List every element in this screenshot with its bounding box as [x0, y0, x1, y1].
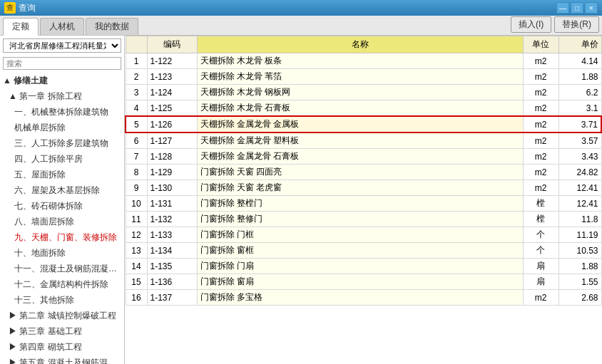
- app-icon: 查: [4, 2, 16, 14]
- tree-item-17[interactable]: ▶ 第四章 砌筑工程: [0, 339, 124, 355]
- table-row[interactable]: 51-126天棚拆除 金属龙骨 金属板m23.71: [126, 116, 601, 132]
- minimize-button[interactable]: —: [556, 2, 569, 14]
- cell-num: 4: [126, 100, 147, 117]
- tree-item-3[interactable]: 机械单层拆除: [0, 120, 124, 135]
- cell-price: 12.41: [558, 180, 601, 196]
- tree-item-11[interactable]: 十、地面拆除: [0, 245, 124, 261]
- cell-price: 11.8: [558, 212, 601, 227]
- table-row[interactable]: 31-124天棚拆除 木龙骨 钢板网m26.2: [126, 85, 601, 100]
- cell-unit: m2: [523, 53, 558, 69]
- cell-code: 1-124: [147, 85, 197, 100]
- table-container[interactable]: 编码 名称 单位 单价 11-122天棚拆除 木龙骨 板条m24.1421-12…: [125, 36, 602, 364]
- header-name: 名称: [197, 36, 523, 53]
- cell-num: 1: [126, 53, 147, 69]
- table-body[interactable]: 11-122天棚拆除 木龙骨 板条m24.1421-123天棚拆除 木龙骨 苇箔…: [126, 53, 601, 306]
- table-row[interactable]: 101-131门窗拆除 整樘门樘12.41: [126, 196, 601, 212]
- cell-price: 1.88: [558, 259, 601, 274]
- table-row[interactable]: 21-123天棚拆除 木龙骨 苇箔m21.88: [126, 69, 601, 85]
- tree-item-16[interactable]: ▶ 第三章 基础工程: [0, 323, 124, 339]
- table-row[interactable]: 91-130门窗拆除 天窗 老虎窗m212.41: [126, 180, 601, 196]
- tree-item-9[interactable]: 八、墙面层拆除: [0, 214, 124, 229]
- tree-item-14[interactable]: 十三、其他拆除: [0, 292, 124, 308]
- table-row[interactable]: 151-136门窗拆除 窗扇扇1.55: [126, 274, 601, 290]
- cell-code: 1-122: [147, 53, 197, 69]
- table-row[interactable]: 41-125天棚拆除 木龙骨 石膏板m23.1: [126, 100, 601, 117]
- tree-item-12[interactable]: 十一、混凝土及钢筋混凝…: [0, 261, 124, 276]
- cell-num: 6: [126, 132, 147, 149]
- insert-button[interactable]: 插入(I): [511, 16, 551, 33]
- cell-code: 1-126: [147, 116, 197, 132]
- tree-item-8[interactable]: 七、砖石砌体拆除: [0, 198, 124, 214]
- tree-item-15[interactable]: ▶ 第二章 城镇控制爆破工程: [0, 308, 124, 323]
- cell-unit: 扇: [523, 259, 558, 274]
- title-bar: 查 查询 — □ ×: [0, 0, 602, 16]
- close-button[interactable]: ×: [585, 2, 598, 14]
- cell-code: 1-135: [147, 259, 197, 274]
- cell-name: 天棚拆除 木龙骨 苇箔: [197, 69, 523, 85]
- tree-item-1[interactable]: ▲ 第一章 拆除工程: [0, 88, 124, 104]
- tree-item-0[interactable]: ▲ 修缮土建: [0, 73, 124, 88]
- cell-code: 1-127: [147, 132, 197, 149]
- cell-price: 1.88: [558, 69, 601, 85]
- window-title: 查询: [19, 2, 556, 14]
- tab-labor[interactable]: 人材机: [40, 18, 84, 35]
- cell-unit: m2: [523, 180, 558, 196]
- cell-unit: 扇: [523, 274, 558, 290]
- cell-unit: 个: [523, 227, 558, 243]
- cell-price: 3.71: [558, 116, 601, 132]
- search-input[interactable]: [3, 57, 121, 70]
- maximize-button[interactable]: □: [571, 2, 583, 14]
- cell-code: 1-131: [147, 196, 197, 212]
- tree-item-4[interactable]: 三、人工拆除多层建筑物: [0, 135, 124, 151]
- replace-button[interactable]: 替换(R): [554, 16, 599, 33]
- table-row[interactable]: 61-127天棚拆除 金属龙骨 塑料板m23.57: [126, 132, 601, 149]
- header-unit: 单位: [523, 36, 558, 53]
- cell-unit: 个: [523, 243, 558, 259]
- cell-num: 2: [126, 69, 147, 85]
- table-row[interactable]: 81-129门窗拆除 天窗 四面亮m224.82: [126, 165, 601, 180]
- tree-item-2[interactable]: 一、机械整体拆除建筑物: [0, 104, 124, 120]
- cell-code: 1-132: [147, 212, 197, 227]
- table-row[interactable]: 161-137门窗拆除 多宝格m22.68: [126, 290, 601, 306]
- cell-num: 15: [126, 274, 147, 290]
- header-price: 单价: [558, 36, 601, 53]
- tree-item-7[interactable]: 六、屋架及木基层拆除: [0, 182, 124, 198]
- table-row[interactable]: 141-135门窗拆除 门扇扇1.88: [126, 259, 601, 274]
- cell-code: 1-136: [147, 274, 197, 290]
- tree-container[interactable]: ▲ 修缮土建▲ 第一章 拆除工程一、机械整体拆除建筑物机械单层拆除三、人工拆除多…: [0, 71, 124, 364]
- cell-unit: m2: [523, 85, 558, 100]
- cell-num: 16: [126, 290, 147, 306]
- tree-item-6[interactable]: 五、屋面拆除: [0, 167, 124, 182]
- window-controls[interactable]: — □ ×: [556, 2, 598, 14]
- tree-item-13[interactable]: 十二、金属结构构件拆除: [0, 276, 124, 292]
- table-row[interactable]: 11-122天棚拆除 木龙骨 板条m24.14: [126, 53, 601, 69]
- table-row[interactable]: 121-133门窗拆除 门框个11.19: [126, 227, 601, 243]
- tab-mydata[interactable]: 我的数据: [86, 18, 138, 35]
- table-row[interactable]: 111-132门窗拆除 整修门樘11.8: [126, 212, 601, 227]
- quota-dropdown[interactable]: 河北省房屋修缮工程消耗量定额(2013): [3, 38, 121, 53]
- cell-name: 门窗拆除 多宝格: [197, 290, 523, 306]
- main-content: 河北省房屋修缮工程消耗量定额(2013) ▲ 修缮土建▲ 第一章 拆除工程一、机…: [0, 36, 602, 364]
- cell-name: 天棚拆除 金属龙骨 塑料板: [197, 132, 523, 149]
- cell-num: 3: [126, 85, 147, 100]
- cell-unit: m2: [523, 132, 558, 149]
- table-row[interactable]: 131-134门窗拆除 窗框个10.53: [126, 243, 601, 259]
- cell-unit: m2: [523, 116, 558, 132]
- cell-num: 9: [126, 180, 147, 196]
- cell-name: 天棚拆除 金属龙骨 石膏板: [197, 149, 523, 165]
- tab-quota[interactable]: 定额: [3, 18, 39, 36]
- cell-code: 1-134: [147, 243, 197, 259]
- cell-price: 10.53: [558, 243, 601, 259]
- cell-name: 天棚拆除 木龙骨 石膏板: [197, 100, 523, 117]
- cell-num: 5: [126, 116, 147, 132]
- cell-num: 14: [126, 259, 147, 274]
- tree-item-5[interactable]: 四、人工拆除平房: [0, 151, 124, 167]
- table-row[interactable]: 71-128天棚拆除 金属龙骨 石膏板m23.43: [126, 149, 601, 165]
- tree-item-10[interactable]: 九、天棚、门窗、装修拆除: [0, 229, 124, 245]
- left-panel: 河北省房屋修缮工程消耗量定额(2013) ▲ 修缮土建▲ 第一章 拆除工程一、机…: [0, 36, 125, 364]
- cell-unit: m2: [523, 165, 558, 180]
- cell-name: 门窗拆除 窗扇: [197, 274, 523, 290]
- cell-num: 8: [126, 165, 147, 180]
- table-header-row: 编码 名称 单位 单价: [126, 36, 601, 53]
- tree-item-18[interactable]: ▶ 第五章 混凝土及钢筋混凝土…: [0, 355, 124, 364]
